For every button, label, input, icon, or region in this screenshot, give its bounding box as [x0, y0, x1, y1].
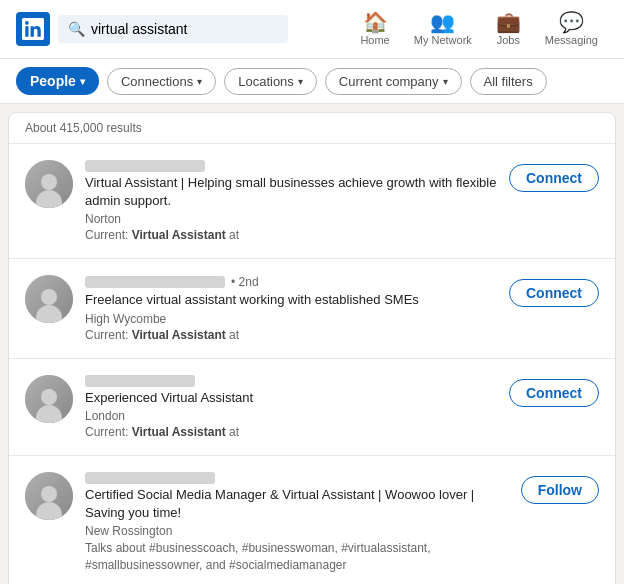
person-headline: Freelance virtual assistant working with… [85, 291, 497, 309]
person-info: • 2nd Freelance virtual assistant workin… [85, 275, 497, 341]
avatar[interactable] [25, 472, 73, 520]
avatar[interactable] [25, 160, 73, 208]
person-name[interactable] [85, 160, 205, 172]
avatar[interactable] [25, 375, 73, 423]
person-info: Experienced Virtual Assistant London Cur… [85, 375, 497, 439]
connections-chevron-icon: ▾ [197, 76, 202, 87]
people-filter-button[interactable]: People ▾ [16, 67, 99, 95]
top-navigation: 🔍 🏠 Home 👥 My Network 💼 Jobs 💬 Messaging [0, 0, 624, 59]
jobs-label: Jobs [497, 34, 520, 46]
person-info: Certified Social Media Manager & Virtual… [85, 472, 509, 574]
person-current: Current: Virtual Assistant at [85, 425, 497, 439]
network-icon: 👥 [430, 12, 455, 32]
person-location: High Wycombe [85, 312, 497, 326]
person-name[interactable] [85, 276, 225, 288]
person-location: New Rossington [85, 524, 509, 538]
nav-home[interactable]: 🏠 Home [350, 8, 399, 50]
person-name[interactable] [85, 375, 195, 387]
person-name-row [85, 472, 509, 484]
messaging-label: Messaging [545, 34, 598, 46]
all-filters-button[interactable]: All filters [470, 68, 547, 95]
person-headline: Certified Social Media Manager & Virtual… [85, 486, 509, 522]
all-filters-label: All filters [484, 74, 533, 89]
locations-chevron-icon: ▾ [298, 76, 303, 87]
person-name-row [85, 375, 497, 387]
person-card: Virtual Assistant | Helping small busine… [9, 144, 615, 259]
home-icon: 🏠 [363, 12, 388, 32]
person-current: Current: Virtual Assistant at [85, 328, 497, 342]
connect-button[interactable]: Connect [509, 279, 599, 307]
person-info: Virtual Assistant | Helping small busine… [85, 160, 497, 242]
current-company-filter-button[interactable]: Current company ▾ [325, 68, 462, 95]
connections-filter-button[interactable]: Connections ▾ [107, 68, 216, 95]
person-card: • 2nd Freelance virtual assistant workin… [9, 259, 615, 358]
search-input[interactable] [91, 21, 278, 37]
person-card: Experienced Virtual Assistant London Cur… [9, 359, 615, 456]
nav-jobs[interactable]: 💼 Jobs [486, 8, 531, 50]
degree-badge: • 2nd [231, 275, 259, 289]
locations-filter-button[interactable]: Locations ▾ [224, 68, 317, 95]
person-name-row: • 2nd [85, 275, 497, 289]
search-bar[interactable]: 🔍 [58, 15, 288, 43]
person-headline: Experienced Virtual Assistant [85, 389, 497, 407]
home-label: Home [360, 34, 389, 46]
people-filter-label: People [30, 73, 76, 89]
person-name-row [85, 160, 497, 172]
follow-button[interactable]: Follow [521, 476, 599, 504]
nav-messaging[interactable]: 💬 Messaging [535, 8, 608, 50]
people-chevron-icon: ▾ [80, 76, 85, 87]
person-card: Certified Social Media Manager & Virtual… [9, 456, 615, 584]
nav-items: 🏠 Home 👥 My Network 💼 Jobs 💬 Messaging [350, 8, 608, 50]
results-section: About 415,000 results Virtual Assistant … [8, 112, 616, 584]
linkedin-logo[interactable] [16, 12, 50, 46]
person-location: London [85, 409, 497, 423]
search-icon: 🔍 [68, 21, 85, 37]
connections-filter-label: Connections [121, 74, 193, 89]
current-company-filter-label: Current company [339, 74, 439, 89]
messaging-icon: 💬 [559, 12, 584, 32]
connect-button[interactable]: Connect [509, 379, 599, 407]
jobs-icon: 💼 [496, 12, 521, 32]
results-count: About 415,000 results [9, 113, 615, 144]
locations-filter-label: Locations [238, 74, 294, 89]
person-current: Current: Virtual Assistant at [85, 228, 497, 242]
current-company-chevron-icon: ▾ [443, 76, 448, 87]
person-talks: Talks about #businesscoach, #businesswom… [85, 540, 509, 574]
person-headline: Virtual Assistant | Helping small busine… [85, 174, 497, 210]
nav-network[interactable]: 👥 My Network [404, 8, 482, 50]
avatar[interactable] [25, 275, 73, 323]
connect-button[interactable]: Connect [509, 164, 599, 192]
network-label: My Network [414, 34, 472, 46]
person-name[interactable] [85, 472, 215, 484]
person-location: Norton [85, 212, 497, 226]
filter-bar: People ▾ Connections ▾ Locations ▾ Curre… [0, 59, 624, 104]
